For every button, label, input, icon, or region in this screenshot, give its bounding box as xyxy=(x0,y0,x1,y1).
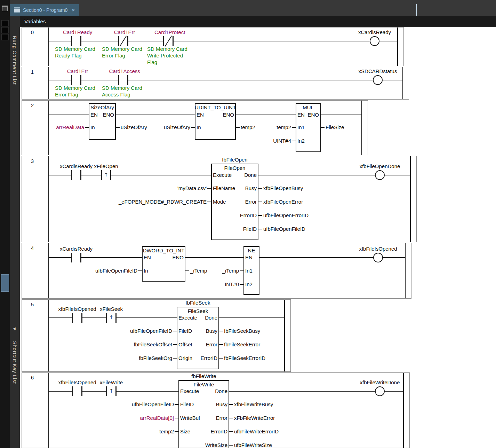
contact-p[interactable]: ↑ xyxy=(101,170,111,180)
pin-wire xyxy=(229,431,233,432)
pin-wire xyxy=(219,358,223,359)
coil-label[interactable]: xfbFileIsOpened xyxy=(333,245,423,252)
coil[interactable] xyxy=(375,170,385,180)
operand-input[interactable]: _iTemp xyxy=(114,267,239,274)
fb-instance-name[interactable]: fbFileOpen xyxy=(183,156,287,163)
fb-pin-label: FileID xyxy=(180,401,194,408)
operand-output[interactable]: xfbFileWriteBusy xyxy=(234,401,273,408)
coil[interactable] xyxy=(370,36,379,46)
fb-pin-label: Error xyxy=(199,415,227,421)
contact-p[interactable]: ↑ xyxy=(106,386,117,396)
operand-input[interactable]: ufbFileOpenFileID xyxy=(48,328,172,334)
fb-title: MUL xyxy=(296,104,321,111)
operand-output[interactable]: ufbFileOpenFileID xyxy=(263,226,305,232)
fb-title: FileWrite xyxy=(178,381,229,388)
operand-input[interactable]: arrRealData[0] xyxy=(49,415,174,421)
fb-pin-label: Done xyxy=(189,314,217,321)
contact-no[interactable] xyxy=(71,253,81,262)
contact-no[interactable] xyxy=(71,75,81,85)
operand-input[interactable]: fbFileSeekOrg xyxy=(48,355,172,361)
operand-output[interactable]: fbFileSeekBusy xyxy=(224,328,260,334)
pin-wire xyxy=(229,404,233,405)
nc-slash-icon xyxy=(165,36,172,47)
coil[interactable] xyxy=(373,75,383,85)
operand-input[interactable]: ufbFileOpenFileID xyxy=(49,401,174,408)
coil-label[interactable]: xfbFileOpenDone xyxy=(335,163,425,170)
wire xyxy=(49,317,285,318)
operand-output[interactable]: xfbFileOpenError xyxy=(263,198,303,205)
fb-pin-label: EN xyxy=(197,111,204,118)
operand-output[interactable]: ufbFileOpenErrorID xyxy=(263,212,309,219)
fb-title: SizeOfAry xyxy=(89,104,116,111)
rung-number: 3 xyxy=(27,158,38,164)
contact-bar xyxy=(71,75,72,85)
operand-output[interactable]: fbFileSeekErrorID xyxy=(224,355,265,361)
contact-label[interactable]: _Card1Access xyxy=(85,68,161,74)
fb-title: DWORD_TO_INT xyxy=(142,247,185,254)
fb-pin-label: EN xyxy=(144,254,151,261)
rising-edge-arrow-icon: ↑ xyxy=(106,388,117,394)
contact-bar xyxy=(81,386,82,396)
rising-edge-arrow-icon: ↑ xyxy=(106,314,117,321)
fb-pin-label: Execute xyxy=(180,388,199,394)
pin-wire xyxy=(173,331,177,331)
contact-label[interactable]: xFIleOpen xyxy=(68,163,144,170)
contact-bar xyxy=(127,75,128,85)
operand-input[interactable]: temp2 xyxy=(167,124,291,131)
pin-wire xyxy=(175,404,178,405)
coil[interactable] xyxy=(375,386,385,396)
app-window: Section0 - Program0 × Rung Comment List … xyxy=(0,0,496,448)
fb-pin-label: In1 xyxy=(297,124,305,131)
contact-comment: SD Memory Card Write Protected Flag xyxy=(147,46,208,65)
operand-output[interactable]: xFbFileWriteError xyxy=(234,415,275,421)
contact-nc[interactable] xyxy=(118,36,128,46)
operand-output[interactable]: FileSize xyxy=(326,124,344,131)
contact-label[interactable]: xCardisReady xyxy=(38,245,114,252)
pin-wire xyxy=(258,188,262,189)
pin-wire xyxy=(229,418,233,418)
operand-input[interactable]: fbFileSeekOffset xyxy=(48,341,172,348)
contact-label[interactable]: xFileWrite xyxy=(73,379,150,386)
contact-no[interactable] xyxy=(71,170,81,180)
operand-output[interactable]: xfbFileOpenBusy xyxy=(263,185,303,191)
contact-bar xyxy=(81,313,82,323)
operand-input[interactable]: _eFOPEN_MODE#_RDWR_CREATE xyxy=(82,198,207,205)
contact-bar xyxy=(163,36,164,46)
contact-label[interactable]: _Card1Protect xyxy=(130,29,207,36)
rung-number: 0 xyxy=(27,29,38,36)
fb-pin-label: Mode xyxy=(213,198,226,205)
contact-bar xyxy=(80,75,81,85)
fb-pin-label: ENO xyxy=(206,111,234,118)
fb-title: UDINT_TO_UINT xyxy=(195,104,236,111)
fb-instance-name[interactable]: fbFileWrite xyxy=(152,373,256,379)
contact-no[interactable] xyxy=(72,313,82,323)
contact-no[interactable] xyxy=(118,75,128,85)
operand-input[interactable]: INT#0 xyxy=(114,281,239,288)
coil[interactable] xyxy=(373,253,383,262)
fb-instance-name[interactable]: fbFileSeek xyxy=(146,299,250,306)
fb-pin-label: In2 xyxy=(245,281,253,288)
operand-input[interactable]: UINT#4 xyxy=(167,137,291,144)
operand-output[interactable]: ufbFileWriteErrorID xyxy=(234,428,279,435)
contact-p[interactable]: ↑ xyxy=(106,313,117,323)
operand-output[interactable]: fbFileSeekError xyxy=(224,341,260,348)
right-power-rail xyxy=(284,300,285,371)
coil-label[interactable]: xSDCARDstatus xyxy=(333,68,423,74)
contact-label[interactable]: xFileSeek xyxy=(73,306,150,312)
fb-pin-label: ErrorID xyxy=(189,355,217,361)
coil-label[interactable]: xfbFileWriteDone xyxy=(335,379,425,386)
coil-label[interactable]: xCardisReady xyxy=(329,29,420,36)
operand-input[interactable]: 'myData.csv' xyxy=(82,185,207,191)
pin-wire xyxy=(240,284,243,285)
rung-number: 6 xyxy=(27,374,38,381)
contact-bar xyxy=(173,36,174,46)
operand-input[interactable]: temp2 xyxy=(49,428,174,435)
fb-pin-label: ENO xyxy=(86,111,114,118)
rung-number: 5 xyxy=(27,301,38,308)
fb-pin-label: Busy xyxy=(189,328,217,334)
contact-no[interactable] xyxy=(71,36,81,46)
operand-output[interactable]: ufbFileWriteSize xyxy=(234,442,272,448)
fb-pin-label: Busy xyxy=(228,185,257,191)
contact-nc[interactable] xyxy=(163,36,174,46)
contact-no[interactable] xyxy=(72,386,82,396)
